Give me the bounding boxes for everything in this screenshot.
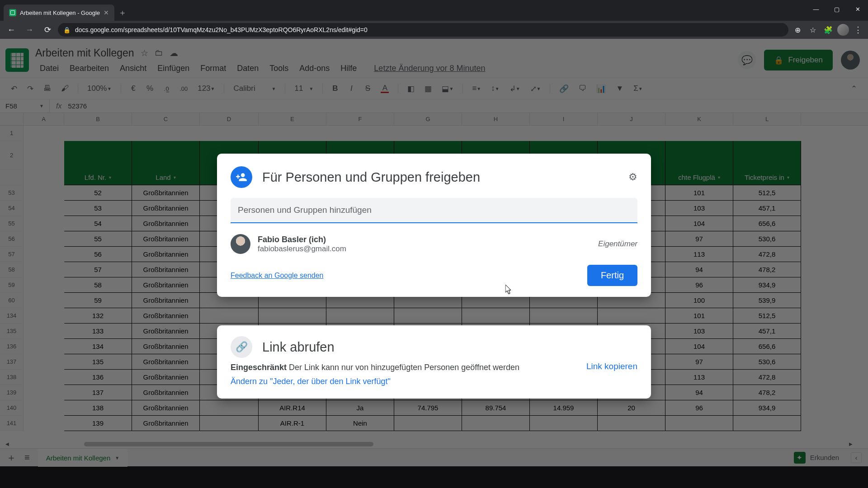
forward-button[interactable]: → — [22, 22, 37, 38]
window-minimize[interactable]: ― — [806, 0, 826, 18]
window-close[interactable]: ✕ — [847, 0, 868, 18]
sheets-favicon — [9, 9, 16, 16]
user-email: fabiobaslerus@gmail.com — [258, 244, 591, 253]
user-name: Fabio Basler (ich) — [258, 235, 591, 244]
omnibox[interactable]: 🔒 docs.google.com/spreadsheets/d/10TVamq… — [58, 23, 788, 37]
window-controls: ― ▢ ✕ — [806, 0, 868, 18]
feedback-link[interactable]: Feedback an Google senden — [231, 272, 323, 280]
chrome-menu-icon[interactable]: ⋮ — [852, 23, 864, 36]
back-button[interactable]: ← — [4, 22, 19, 38]
share-people-icon — [231, 166, 252, 188]
restricted-desc: Der Link kann nur von hinzugefügten Pers… — [287, 363, 519, 372]
bookmark-icon[interactable]: ☆ — [807, 23, 819, 36]
change-access-link[interactable]: Ändern zu "Jeder, der über den Link verf… — [231, 375, 573, 388]
tab-close-icon[interactable]: ✕ — [104, 9, 109, 16]
zoom-icon[interactable]: ⊕ — [791, 23, 804, 36]
tab-title: Arbeiten mit Kollegen - Google — [20, 9, 100, 16]
copy-link-button[interactable]: Link kopieren — [586, 361, 637, 371]
url-text: docs.google.com/spreadsheets/d/10TVamqMz… — [75, 26, 368, 33]
link-icon: 🔗 — [231, 336, 252, 358]
browser-tab[interactable]: Arbeiten mit Kollegen - Google ✕ — [4, 5, 114, 21]
get-link-title: Link abrufen — [262, 340, 637, 355]
user-avatar — [231, 234, 250, 254]
tab-strip: Arbeiten mit Kollegen - Google ✕ ＋ — [0, 0, 868, 21]
restricted-label: Eingeschränkt — [231, 363, 287, 372]
window-maximize[interactable]: ▢ — [826, 0, 847, 18]
share-dialog: Für Personen und Gruppen freigeben ⚙ Fab… — [217, 154, 651, 297]
new-tab-button[interactable]: ＋ — [116, 6, 129, 19]
lock-icon: 🔒 — [63, 27, 71, 33]
add-people-input[interactable] — [231, 198, 637, 223]
user-role: Eigentümer — [598, 239, 637, 249]
share-user-row: Fabio Basler (ich) fabiobaslerus@gmail.c… — [231, 231, 637, 260]
address-bar: ← → ⟳ 🔒 docs.google.com/spreadsheets/d/1… — [0, 21, 868, 39]
share-dialog-title: Für Personen und Gruppen freigeben — [262, 170, 618, 185]
profile-avatar-small[interactable] — [837, 24, 849, 36]
reload-button[interactable]: ⟳ — [40, 22, 55, 38]
extensions-icon[interactable]: 🧩 — [822, 23, 835, 36]
get-link-dialog: 🔗 Link abrufen Eingeschränkt Der Link ka… — [217, 325, 651, 399]
share-settings-icon[interactable]: ⚙ — [628, 171, 637, 183]
done-button[interactable]: Fertig — [587, 265, 637, 286]
